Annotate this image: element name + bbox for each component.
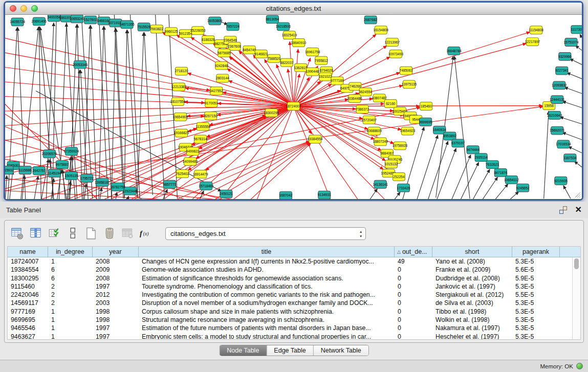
network-node[interactable]: 9777169 [331,77,344,85]
table-row[interactable]: 977716911998Corpus callosum shape and si… [8,308,580,316]
close-panel-icon[interactable]: ✕ [575,206,582,214]
network-node[interactable]: 10688609 [366,127,382,135]
network-canvas[interactable]: 1405572420691406349105416619771106532471… [5,15,582,199]
network-node[interactable]: 62160 [384,100,397,108]
network-node[interactable]: 1527602 [84,16,97,24]
network-node[interactable]: 9134931 [318,191,331,199]
network-node[interactable]: 8267150 [204,112,217,120]
network-node[interactable]: 3491054 [48,15,61,21]
network-node[interactable]: 7955812 [315,56,328,64]
network-node[interactable]: 1015132 [384,160,398,168]
network-node[interactable]: 14055724 [10,18,25,26]
float-panel-icon[interactable] [559,206,567,214]
network-graph[interactable]: 1405572420691406349105416619771106532471… [5,15,582,199]
network-node[interactable]: 1117305 [571,26,582,34]
network-node[interactable]: 15692071 [550,126,565,135]
network-node[interactable]: 9242848 [215,61,228,70]
network-node[interactable]: 1115686 [19,166,32,174]
network-node[interactable]: 12213967 [385,38,400,47]
network-node[interactable]: 3427552 [210,87,223,95]
network-node[interactable]: 1145194 [48,169,61,177]
network-node[interactable]: 12217897 [525,38,540,46]
network-node[interactable]: 16782759 [110,183,125,191]
network-node[interactable]: 19166825 [174,129,189,137]
network-node[interactable]: 10973493 [388,50,404,58]
column-header-pagerank[interactable]: pagerank [512,247,560,257]
network-node[interactable]: 11355554 [195,122,210,130]
minimize-window-button[interactable] [20,5,27,12]
network-node[interactable]: 2450121 [220,190,233,198]
column-header-year[interactable]: year [93,247,139,257]
network-node[interactable]: 9170051 [205,99,218,107]
network-node[interactable]: 1733426 [397,184,410,192]
network-node[interactable]: 19654905 [173,113,188,121]
network-node[interactable]: 9146821 [254,50,268,58]
close-window-button[interactable] [10,5,16,12]
network-node[interactable]: 7857224 [226,23,239,31]
network-node[interactable]: 8813054 [266,15,279,24]
delete-rows-button[interactable] [102,226,117,241]
network-node[interactable]: 15720407 [361,116,377,124]
network-node[interactable]: 19384554 [308,135,323,143]
network-node[interactable]: 1687042 [279,191,293,199]
table-row[interactable]: 1830029562008Estimation of significance … [8,274,580,282]
network-node[interactable]: 19654923 [400,127,416,135]
network-node[interactable]: 5875685 [217,49,231,57]
network-node[interactable]: 7663822 [150,25,163,33]
network-node[interactable]: 16914479 [193,170,208,178]
zoom-window-button[interactable] [31,5,38,12]
select-columns-button[interactable] [28,226,43,241]
tab-edge-table[interactable]: Edge Table [267,345,313,356]
network-node[interactable]: 2718120 [175,67,188,75]
network-node[interactable]: 14099489 [183,158,198,166]
table-row[interactable]: 911546021997Tourette syndrome. Phenomeno… [8,282,580,291]
table-row[interactable]: 2242004622012Investigating the contribut… [8,291,580,299]
network-node[interactable]: 9499822 [186,147,200,156]
network-node[interactable]: 14136141 [373,180,388,188]
table-row[interactable]: 969969511998Structural magnetic resonanc… [8,316,580,324]
table-vertical-scrollbar[interactable] [572,257,580,339]
network-node[interactable]: 9215935 [554,177,568,185]
network-node[interactable]: 19756928 [393,142,408,150]
network-node[interactable]: 16648784 [446,47,462,55]
network-node[interactable]: 15718485 [199,182,214,190]
network-node[interactable]: 1795722 [80,174,94,182]
network-node[interactable]: 8471876 [494,168,507,177]
network-node[interactable]: 7632621 [486,161,499,169]
network-node[interactable]: 16961758 [305,48,320,56]
network-node[interactable]: 15751074 [563,38,579,47]
table-row[interactable]: 1456911722003Disruption of a novel membe… [8,299,580,307]
select-all-button[interactable] [47,226,61,241]
network-node[interactable]: 185460 [420,102,432,111]
network-window-titlebar[interactable]: citations_edges.txt [5,3,582,15]
network-node[interactable]: 11154808 [529,26,543,34]
network-node[interactable]: 8822037 [280,58,294,67]
column-header-title[interactable]: title [139,247,395,257]
swap-rows-button[interactable] [65,226,80,241]
resize-grip[interactable] [574,191,581,198]
network-node[interactable]: 8186328 [202,36,215,44]
network-node[interactable]: 2687682 [364,16,377,24]
network-node[interactable]: 9960125 [165,28,178,36]
function-builder-button[interactable]: f(x) [139,226,154,241]
network-node[interactable]: 13958187 [95,178,110,186]
tab-node-table[interactable]: Node Table [220,345,267,356]
table-row[interactable]: 1938455462009Genome-wide association stu… [8,266,580,274]
network-node[interactable]: 9245652 [516,184,530,192]
table-row[interactable]: 946362711997Embryonic stem cells: a mode… [8,333,580,340]
network-node[interactable]: 7515526 [137,23,150,31]
new-table-button[interactable] [83,226,98,241]
table-row[interactable]: 946554611997Estimation of the future num… [8,324,580,332]
network-node[interactable]: 17359924 [64,147,79,156]
network-node[interactable]: 18807249 [373,138,388,146]
network-node[interactable]: 20053346 [73,60,88,69]
network-node[interactable]: 1167534 [563,154,577,162]
network-node[interactable]: 10653247 [70,15,85,23]
column-header-short[interactable]: short [432,247,512,257]
network-node[interactable]: 12213383 [171,83,187,91]
table-row[interactable]: 1872400712008Changes of HCN gene express… [8,257,580,266]
network-node[interactable]: 12444131 [550,96,565,104]
table-settings-button[interactable] [10,226,25,241]
network-node[interactable]: 20691406 [32,17,47,26]
table-select-dropdown[interactable]: citations_edges.txt▴▾ [165,227,366,240]
